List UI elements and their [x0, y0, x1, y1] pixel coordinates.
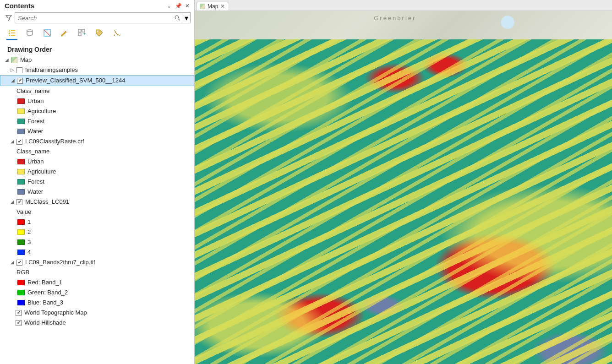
layer-finaltrainingsamples[interactable]: ▷ finaltrainingsamples — [0, 65, 194, 75]
layer-world-topographic-map[interactable]: World Topographic Map — [0, 308, 194, 318]
layer-lc09classifyraste[interactable]: ◢ LC09ClassifyRaste.crf — [0, 136, 194, 147]
legend-item: Forest — [0, 177, 194, 187]
layer-checkbox[interactable] — [16, 320, 22, 326]
map-label: Map — [20, 56, 32, 64]
svg-line-1 — [178, 19, 180, 20]
legend-heading: RGB — [0, 267, 194, 277]
contents-panel: Contents ⌄ 📌 ✕ ▾ — [0, 0, 195, 364]
map-icon — [200, 4, 205, 9]
legend-heading: Class_name — [0, 147, 194, 157]
legend-item: Urban — [0, 157, 194, 167]
collapse-icon[interactable]: ◢ — [11, 78, 15, 83]
svg-point-8 — [27, 30, 33, 32]
expand-icon[interactable]: ◢ — [5, 58, 9, 62]
svg-point-15 — [97, 31, 98, 32]
map-area: Map ✕ Greenbrier — [195, 0, 612, 364]
drawing-order-heading: Drawing Order — [0, 43, 194, 55]
svg-rect-6 — [9, 35, 10, 36]
color-swatch — [17, 250, 25, 255]
layer-label: LC09_Bands2thru7_clip.tif — [25, 258, 95, 266]
layer-checkbox[interactable] — [16, 67, 22, 73]
close-panel-icon[interactable]: ✕ — [184, 3, 191, 9]
legend-heading: Class_name — [0, 86, 194, 96]
color-swatch — [17, 239, 25, 245]
layer-checkbox[interactable] — [16, 199, 22, 205]
list-by-perspective-icon[interactable] — [112, 28, 122, 38]
contents-toolbar: + — [0, 26, 194, 38]
search-input[interactable] — [15, 15, 173, 22]
search-dropdown-icon[interactable]: ▾ — [182, 13, 190, 23]
tab-label: Map — [208, 3, 218, 10]
layer-label: World Hillshade — [24, 319, 66, 327]
legend-item: Urban — [0, 96, 194, 106]
layer-label: finaltrainingsamples — [25, 66, 78, 74]
legend-item: Agriculture — [0, 167, 194, 177]
layer-checkbox[interactable] — [17, 78, 23, 84]
layer-preview-classified-svm[interactable]: ◢ Preview_Classified_SVM_500__1244 — [0, 75, 194, 86]
legend-item: Water — [0, 126, 194, 136]
list-by-data-source-icon[interactable] — [25, 28, 35, 38]
layer-label: Preview_Classified_SVM_500__1244 — [26, 76, 126, 85]
legend-item: Green: Band_2 — [0, 288, 194, 298]
color-swatch — [17, 219, 25, 225]
panel-menu-icon[interactable]: ⌄ — [166, 3, 172, 9]
layer-lc09-bands-clip[interactable]: ◢ LC09_Bands2thru7_clip.tif — [0, 257, 194, 267]
tab-map[interactable]: Map ✕ — [197, 2, 229, 11]
legend-item: 3 — [0, 237, 194, 247]
pin-icon[interactable]: 📌 — [175, 3, 181, 9]
svg-rect-13 — [78, 33, 81, 36]
legend-item: Forest — [0, 116, 194, 126]
svg-rect-11 — [78, 29, 81, 32]
search-icon[interactable] — [173, 15, 182, 21]
color-swatch — [17, 109, 25, 114]
panel-header: Contents ⌄ 📌 ✕ — [0, 0, 194, 11]
layer-checkbox[interactable] — [16, 260, 22, 266]
legend-heading: Value — [0, 207, 194, 217]
svg-point-0 — [175, 16, 178, 19]
close-tab-icon[interactable]: ✕ — [220, 3, 225, 10]
panel-controls: ⌄ 📌 ✕ — [166, 3, 191, 9]
svg-rect-4 — [9, 33, 10, 34]
list-by-editing-icon[interactable] — [60, 28, 70, 38]
filter-icon[interactable] — [5, 14, 13, 22]
active-tab-indicator — [6, 39, 17, 40]
color-swatch — [17, 159, 25, 164]
layer-world-hillshade[interactable]: World Hillshade — [0, 318, 194, 328]
color-swatch — [17, 179, 25, 185]
map-canvas[interactable]: Greenbrier — [195, 11, 612, 364]
layer-label: World Topographic Map — [24, 309, 87, 317]
view-tab-strip: Map ✕ — [195, 0, 612, 11]
search-row: ▾ — [0, 11, 194, 26]
legend-item: Red: Band_1 — [0, 277, 194, 288]
expand-icon[interactable]: ▷ — [10, 68, 15, 72]
layer-checkbox[interactable] — [16, 310, 22, 316]
legend-item: Blue: Band_3 — [0, 298, 194, 308]
svg-line-10 — [44, 30, 50, 36]
basemap-place-label: Greenbrier — [374, 15, 416, 22]
list-by-labeling-icon[interactable] — [94, 28, 104, 38]
collapse-icon[interactable]: ◢ — [10, 260, 15, 265]
legend-item: 1 — [0, 217, 194, 227]
color-swatch — [17, 189, 25, 195]
search-box: ▾ — [15, 12, 191, 23]
legend-item: Agriculture — [0, 106, 194, 116]
tree-root-map[interactable]: ◢ Map — [0, 55, 194, 65]
collapse-icon[interactable]: ◢ — [10, 200, 15, 204]
layer-tree: ◢ Map ▷ finaltrainingsamples ◢ Preview_C… — [0, 55, 194, 364]
color-swatch — [17, 98, 25, 104]
list-by-selection-icon[interactable] — [42, 28, 52, 38]
color-swatch — [17, 300, 25, 305]
color-swatch — [17, 280, 25, 285]
color-swatch — [17, 229, 25, 235]
layer-mlclass-lc091[interactable]: ◢ MLClass_LC091 — [0, 197, 194, 207]
map-icon — [11, 57, 17, 63]
color-swatch — [17, 169, 25, 174]
layer-label: LC09ClassifyRaste.crf — [25, 137, 84, 146]
color-swatch — [17, 119, 25, 124]
svg-rect-2 — [9, 30, 10, 32]
classified-raster-overlay — [195, 39, 612, 364]
list-by-snapping-icon[interactable]: + — [77, 28, 87, 38]
list-by-drawing-order-icon[interactable] — [7, 28, 17, 38]
collapse-icon[interactable]: ◢ — [10, 139, 15, 144]
layer-checkbox[interactable] — [16, 139, 22, 145]
